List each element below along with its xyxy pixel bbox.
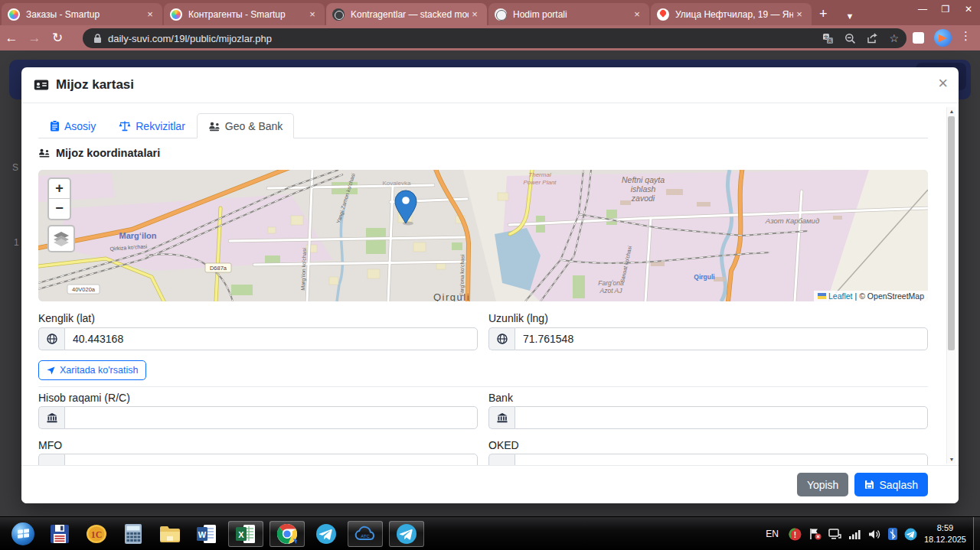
signal-bars-icon[interactable] [849,529,861,539]
tab-close-icon[interactable]: × [631,8,643,20]
svg-text:1С: 1С [91,529,103,540]
side-panel-icon[interactable] [913,32,924,44]
show-desktop-button[interactable] [973,517,980,550]
mfo-oked-inputs-row [38,454,928,465]
calculator-app-icon[interactable] [118,521,149,547]
browser-tab-4[interactable]: Hodim portali × [488,3,649,25]
tab-search-chevron-icon[interactable]: ▼ [846,11,854,21]
tab-label: Rekvizitlar [136,120,185,132]
svg-text:ishlash: ishlash [631,184,656,194]
windows-taskbar: 1С W X ATC EN ! 8:59 18.12.2025 [0,516,980,550]
tab-close-icon[interactable]: × [793,8,805,20]
bookmark-star-icon[interactable]: ☆ [889,32,899,44]
zoom-out-button[interactable]: − [49,199,70,219]
telegram2-app-icon[interactable] [389,521,424,547]
page-backdrop: S 1 Mijoz kartasi × Asosiy Rekvizitlar G… [0,50,980,516]
zoom-in-button[interactable]: + [49,179,70,199]
modal-scrollbar[interactable]: ▲ ▼ [946,107,956,464]
account-input[interactable] [64,406,478,429]
speaker-icon[interactable] [868,529,881,540]
cloud-app-icon[interactable]: ATC [348,521,383,547]
taskbar-clock[interactable]: 8:59 18.12.2025 [924,522,966,545]
tab-close-icon[interactable]: × [469,8,481,20]
saqlash-button[interactable]: Saqlash [854,473,928,496]
modal-close-icon[interactable]: × [938,73,948,93]
tab-geo-bank[interactable]: Geo & Bank [197,113,295,138]
tab-title: Kontragentlar — stacked moda [351,9,469,20]
background-text: 1 [14,237,19,248]
share-icon[interactable] [867,33,878,44]
mfo-input[interactable] [64,454,478,465]
scrollbar-thumb[interactable] [948,116,955,350]
leaflet-link[interactable]: Leaflet [828,291,853,301]
translate-icon[interactable]: 文A [822,33,834,44]
scroll-up-icon[interactable]: ▲ [947,109,956,114]
address-bar[interactable]: daily-suvi.com/19l/public/mijozlar.php 文… [83,28,906,48]
divider [38,386,928,387]
yopish-button[interactable]: Yopish [797,473,849,496]
profile-avatar[interactable] [934,29,952,47]
chrome-app-icon[interactable] [270,521,305,547]
svg-text:X: X [238,530,244,539]
start-button[interactable] [8,521,38,547]
tab-asosiy[interactable]: Asosiy [38,113,107,138]
minimize-button[interactable]: — [911,0,934,20]
oked-label: OKED [488,439,928,451]
close-window-button[interactable]: ✕ [957,0,980,20]
map-label-qirguli-station: Qirguli [694,273,714,281]
show-on-map-button[interactable]: Xaritada ko'rsatish [38,360,146,380]
tab-close-icon[interactable]: × [306,8,318,20]
mfo-label: MFO [38,439,478,451]
lat-input[interactable] [64,327,478,350]
1c-app-icon[interactable]: 1С [81,521,112,547]
forward-button[interactable]: → [23,31,46,46]
browser-tab-strip: Заказы - Smartup × Контрагенты - Smartup… [0,0,980,25]
floppy-app-icon[interactable] [44,521,75,547]
bluetooth-icon[interactable] [888,528,897,540]
reload-button[interactable]: ↻ [46,30,69,46]
mfo-oked-labels-row: MFO OKED [38,439,928,451]
restore-button[interactable]: ❐ [934,0,957,20]
osm-credit[interactable]: © OpenStreetMap [859,291,924,301]
browser-tab-1[interactable]: Заказы - Smartup × [2,3,162,25]
antivirus-tray-icon[interactable]: ! [789,528,802,541]
clock-date: 18.12.2025 [924,534,966,545]
lat-label: Kenglik (lat) [38,312,478,324]
bank-inputs-row [38,406,928,429]
telegram-tray-icon[interactable] [904,528,917,541]
browser-tab-2[interactable]: Контрагенты - Smartup × [164,3,325,25]
action-center-flag-icon[interactable] [808,528,822,540]
network-plug-icon[interactable] [828,529,842,540]
oked-input[interactable] [514,454,928,465]
clock-time: 8:59 [924,522,966,534]
scroll-down-icon[interactable]: ▼ [947,457,956,462]
modal-header: Mijoz kartasi × [21,67,959,103]
new-tab-button[interactable]: + [819,6,828,22]
smartup-favicon [170,8,182,21]
leaflet-map[interactable]: D687a 40V020a Margʻilon Kovalevka Therma… [38,170,928,301]
svg-text:Power Plant: Power Plant [523,179,557,186]
balance-scale-icon [119,120,131,132]
yopish-label: Yopish [807,479,839,491]
bank-input[interactable] [514,406,928,429]
tab-title: Заказы - Smartup [26,9,144,20]
map-users-icon [208,121,220,132]
zoom-out-page-icon[interactable] [844,33,856,44]
lng-input[interactable] [514,327,928,350]
tab-close-icon[interactable]: × [144,8,156,20]
telegram-app-icon[interactable] [311,521,341,547]
browser-tab-5[interactable]: Улица Нефтчилар, 19 — Янде × [651,3,812,25]
browser-tab-3-active[interactable]: Kontragentlar — stacked moda × [326,3,487,25]
map-label-thermal: Thermal [528,171,551,178]
tab-rekvizitlar[interactable]: Rekvizitlar [107,113,197,138]
file-explorer-icon[interactable] [155,521,185,547]
language-indicator[interactable]: EN [766,529,779,539]
map-layers-button[interactable] [47,225,75,252]
svg-text:Azot AJ: Azot AJ [599,287,623,295]
word-app-icon[interactable]: W [191,521,222,547]
map-label-qirguli: Qirguli [433,291,470,301]
excel-app-icon[interactable]: X [228,521,263,547]
browser-menu-icon[interactable]: ⋮ [960,29,972,43]
back-button[interactable]: ← [0,31,23,46]
map-zoom-control: + − [47,177,71,220]
